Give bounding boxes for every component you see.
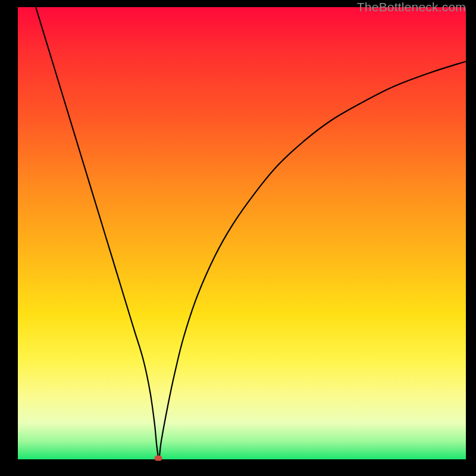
watermark-text: TheBottleneck.com [357,0,466,14]
chart-svg [18,7,466,459]
optimal-point-marker [154,455,162,461]
chart-stage: TheBottleneck.com [0,0,476,476]
chart-plot-area [18,7,466,459]
bottleneck-curve [36,7,466,458]
